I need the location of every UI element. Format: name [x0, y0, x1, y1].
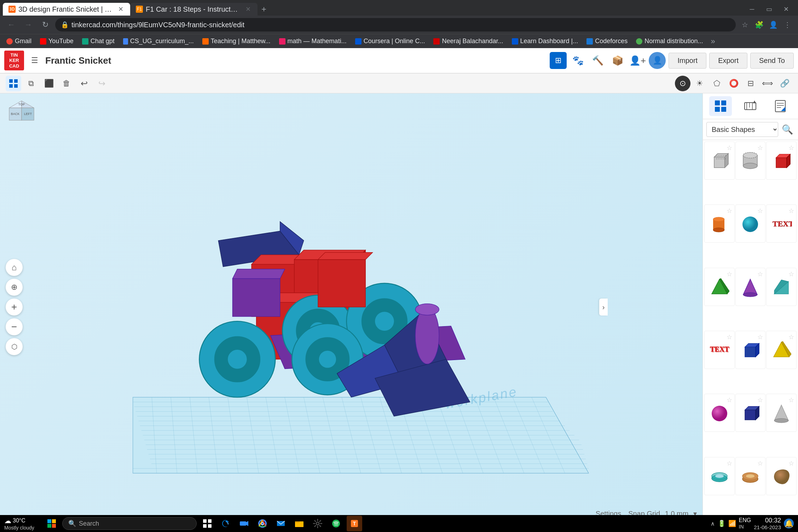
- bookmark-teaching[interactable]: Teaching | Matthew...: [199, 36, 274, 46]
- copy-button[interactable]: ⧉: [23, 76, 39, 91]
- shape-star-11[interactable]: ☆: [757, 333, 763, 341]
- grid-panel-tab[interactable]: [6, 76, 21, 91]
- forward-button[interactable]: →: [21, 18, 35, 32]
- shape-item-pyramid-yellow[interactable]: ☆: [766, 331, 797, 369]
- redo-button[interactable]: ↪: [94, 76, 110, 91]
- bookmark-cs[interactable]: CS_UG_curriculum_...: [120, 36, 197, 46]
- shapes-category-dropdown[interactable]: Basic Shapes: [706, 122, 778, 137]
- menu-button[interactable]: ⋮: [781, 18, 794, 31]
- bookmark-math[interactable]: math — Mathemati...: [276, 36, 350, 46]
- bookmark-neeraj[interactable]: Neeraj Balachandar...: [430, 36, 507, 46]
- canvas-area[interactable]: TOP BACK LEFT ⌂ ⊕ + − ⬡: [0, 93, 702, 521]
- shape-star-5[interactable]: ☆: [757, 207, 763, 215]
- close-button[interactable]: ✕: [778, 3, 794, 16]
- shape-item-wedge-teal[interactable]: ☆: [766, 268, 797, 306]
- shapes-search-button[interactable]: 🔍: [780, 122, 794, 137]
- group-button[interactable]: 🔗: [777, 76, 792, 91]
- add-user-button[interactable]: 👤+: [629, 52, 646, 69]
- export-button[interactable]: Export: [709, 53, 747, 69]
- shapes-panel-tab[interactable]: [709, 96, 732, 116]
- profile-button[interactable]: 👤: [767, 18, 780, 31]
- shape-star-15[interactable]: ☆: [788, 396, 794, 404]
- shape-item-cone-purple[interactable]: ☆: [735, 268, 766, 306]
- flip-button[interactable]: ⟺: [760, 76, 775, 91]
- shape-star-18[interactable]: ☆: [788, 459, 794, 467]
- shape-star-4[interactable]: ☆: [727, 207, 732, 215]
- tab-1-close[interactable]: ✕: [117, 5, 125, 13]
- zoom-out-icon[interactable]: −: [6, 318, 23, 335]
- taskbar-app-mail[interactable]: [273, 516, 289, 531]
- shape-item-sphere-teal[interactable]: ☆: [735, 204, 766, 243]
- bookmark-learn[interactable]: Learn Dashboard |...: [508, 36, 582, 46]
- shape-item-cylinder-hole[interactable]: ☆: [735, 141, 766, 180]
- ruler-panel-tab[interactable]: [739, 96, 762, 116]
- align-button[interactable]: ⊟: [743, 76, 758, 91]
- task-view-button[interactable]: [200, 516, 215, 531]
- taskbar-app-zoom[interactable]: [236, 516, 252, 531]
- perspective-icon[interactable]: ⬡: [6, 338, 23, 355]
- bookmark-coursera[interactable]: Coursera | Online C...: [352, 36, 429, 46]
- shape-item-pyramid-green[interactable]: ☆: [704, 268, 735, 306]
- hammer-button[interactable]: 🔨: [589, 52, 606, 69]
- shape-star-7[interactable]: ☆: [727, 270, 732, 278]
- shape-item-text3d[interactable]: ☆ TEXT TEXT: [704, 331, 735, 369]
- taskbar-app-spotify[interactable]: [328, 516, 344, 531]
- back-button[interactable]: ←: [4, 18, 18, 32]
- maximize-button[interactable]: ▭: [761, 3, 777, 16]
- shape-star-14[interactable]: ☆: [757, 396, 763, 404]
- send-to-button[interactable]: Send To: [750, 53, 794, 69]
- shape-item-text[interactable]: ☆ TEXT: [766, 204, 797, 243]
- profile-avatar[interactable]: 👤: [649, 52, 666, 69]
- shape-item-box-navy[interactable]: ☆: [735, 394, 766, 432]
- light-button[interactable]: ☀: [692, 76, 707, 91]
- taskbar-app-edge[interactable]: [218, 516, 233, 531]
- shape-star-8[interactable]: ☆: [757, 270, 763, 278]
- tab-2-close[interactable]: ✕: [244, 5, 252, 13]
- shape-item-cylinder-orange[interactable]: ☆: [704, 204, 735, 243]
- shape-star-6[interactable]: ☆: [788, 207, 794, 215]
- shape-tool-2[interactable]: ⭕: [726, 76, 741, 91]
- tab-1[interactable]: 3D 3D design Frantic Snicket | Tinke… ✕: [3, 3, 130, 16]
- start-button[interactable]: [44, 516, 59, 531]
- panel-collapse-button[interactable]: ›: [599, 299, 608, 316]
- bookmark-codeforces[interactable]: Codeforces: [583, 36, 631, 46]
- bookmark-star-button[interactable]: ☆: [739, 18, 751, 31]
- bookmark-normal[interactable]: Normal distribution...: [632, 36, 706, 46]
- bookmark-youtube[interactable]: YouTube: [36, 36, 77, 46]
- reload-button[interactable]: ↻: [38, 18, 52, 32]
- tab-2[interactable]: F1 F1 Car : 18 Steps - Instructables ✕: [130, 3, 258, 16]
- crosshair-icon[interactable]: ⊕: [6, 279, 23, 296]
- shape-item-box-blue[interactable]: ☆: [735, 331, 766, 369]
- shape-item-box-red[interactable]: ☆: [766, 141, 797, 180]
- shape-star-1[interactable]: ☆: [727, 144, 732, 152]
- grid-view-button[interactable]: ⊞: [550, 52, 567, 69]
- taskbar-app-settings[interactable]: [310, 516, 325, 531]
- taskbar-app-chrome[interactable]: [255, 516, 270, 531]
- shape-star-12[interactable]: ☆: [788, 333, 794, 341]
- minimize-button[interactable]: ─: [744, 3, 760, 16]
- layers-button[interactable]: 📦: [609, 52, 626, 69]
- notes-panel-tab[interactable]: [769, 96, 792, 116]
- shape-item-cone-gray[interactable]: ☆: [766, 394, 797, 432]
- menu-icon[interactable]: ☰: [27, 53, 42, 68]
- shape-star-10[interactable]: ☆: [727, 333, 732, 341]
- bookmark-gmail[interactable]: Gmail: [3, 36, 35, 46]
- tray-arrow[interactable]: ∧: [711, 520, 715, 527]
- paste-button[interactable]: ⬛: [41, 76, 57, 91]
- shape-star-9[interactable]: ☆: [788, 270, 794, 278]
- shape-star-16[interactable]: ☆: [727, 459, 732, 467]
- tinkercad-logo[interactable]: TINKERCAD: [4, 51, 24, 70]
- zoom-in-icon[interactable]: +: [6, 299, 23, 316]
- shape-item-ring-wood[interactable]: ☆: [735, 457, 766, 495]
- home-icon[interactable]: ⌂: [6, 259, 23, 276]
- nav-cube[interactable]: TOP BACK LEFT: [6, 99, 37, 131]
- extensions-button[interactable]: 🧩: [753, 18, 765, 31]
- notifications-button[interactable]: 🔔: [784, 519, 794, 528]
- address-bar[interactable]: 🔒 tinkercad.com/things/9lEumVC5oN9-frant…: [55, 18, 736, 31]
- shape-star-17[interactable]: ☆: [757, 459, 763, 467]
- shape-item-box-hole[interactable]: ☆: [704, 141, 735, 180]
- shape-star-3[interactable]: ☆: [788, 144, 794, 152]
- delete-button[interactable]: 🗑: [59, 76, 74, 91]
- taskbar-search[interactable]: 🔍 Search: [62, 517, 197, 530]
- taskbar-app-explorer[interactable]: [291, 516, 307, 531]
